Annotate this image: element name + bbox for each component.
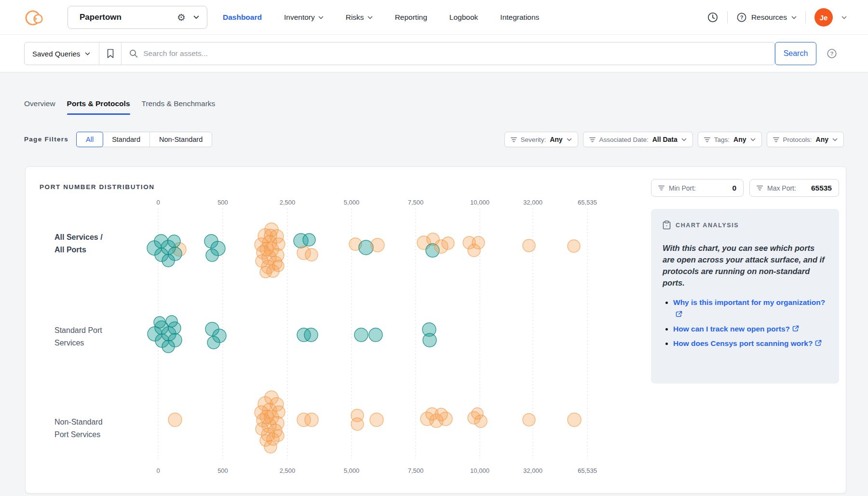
- bubble-standard[interactable]: [304, 328, 318, 342]
- external-link-icon: [676, 311, 682, 317]
- bubble-standard[interactable]: [168, 235, 180, 248]
- filter-value: All Data: [652, 136, 678, 143]
- search-input[interactable]: Search for assets...: [122, 42, 774, 65]
- user-avatar[interactable]: Je: [814, 8, 833, 27]
- min-port-value: 0: [732, 184, 736, 193]
- nav-item-inventory[interactable]: Inventory: [284, 13, 324, 22]
- tab-trends-benchmarks[interactable]: Trends & Benchmarks: [142, 99, 216, 115]
- row-label: Services: [54, 339, 84, 347]
- svg-text:?: ?: [740, 14, 744, 20]
- saved-queries-label: Saved Queries: [32, 50, 80, 58]
- segment-standard[interactable]: Standard: [103, 132, 150, 147]
- bubble-non-standard[interactable]: [264, 441, 277, 453]
- nav-item-risks[interactable]: Risks: [346, 13, 373, 22]
- bubble-standard[interactable]: [166, 316, 177, 327]
- search-placeholder: Search for assets...: [143, 49, 208, 58]
- port-distribution-scatter-chart: 005005002,5002,5005,0005,0007,5007,50010…: [29, 188, 651, 482]
- bubble-non-standard[interactable]: [442, 237, 454, 249]
- bubble-standard[interactable]: [154, 317, 165, 328]
- bubble-non-standard[interactable]: [305, 413, 318, 427]
- bubble-standard[interactable]: [206, 249, 218, 262]
- bubble-standard[interactable]: [354, 328, 368, 342]
- max-port-filter[interactable]: Max Port: 65535: [749, 179, 839, 197]
- bubble-non-standard[interactable]: [568, 413, 581, 427]
- analysis-link[interactable]: How does Censys port scanning work?: [673, 339, 813, 347]
- user-menu-chevron-icon[interactable]: [841, 16, 847, 19]
- bubble-standard[interactable]: [207, 336, 220, 349]
- x-tick-label: 32,000: [523, 199, 542, 206]
- bubble-non-standard[interactable]: [305, 248, 318, 261]
- bubble-non-standard[interactable]: [472, 408, 483, 419]
- svg-text:?: ?: [830, 51, 834, 56]
- asset-search-row: Saved Queries Search for assets... Searc…: [0, 35, 868, 72]
- filter-dropdown-protocols[interactable]: Protocols:Any: [767, 132, 844, 147]
- segment-non-standard[interactable]: Non-Standard: [150, 132, 212, 147]
- asset-search-bar: Saved Queries Search for assets...: [24, 42, 775, 65]
- bubble-standard[interactable]: [162, 340, 175, 353]
- bubble-non-standard[interactable]: [568, 240, 580, 252]
- filter-dropdown-tags[interactable]: Tags:Any: [698, 132, 762, 147]
- topbar-right-cluster: ? Resources Je: [707, 0, 847, 35]
- resources-menu[interactable]: ? Resources: [736, 12, 797, 23]
- bubble-non-standard[interactable]: [523, 239, 535, 252]
- nav-item-reporting[interactable]: Reporting: [395, 13, 427, 22]
- search-button[interactable]: Search: [775, 42, 816, 65]
- nav-item-dashboard[interactable]: Dashboard: [223, 13, 262, 22]
- bubble-non-standard[interactable]: [272, 430, 284, 441]
- x-tick-label: 2,500: [280, 199, 296, 206]
- x-tick-label: 0: [156, 467, 160, 474]
- external-link-icon: [815, 340, 822, 346]
- x-tick-label: 10,000: [470, 467, 489, 474]
- chevron-down-icon: [367, 16, 373, 19]
- bubble-standard[interactable]: [303, 234, 315, 246]
- tab-overview[interactable]: Overview: [24, 99, 55, 115]
- bubble-non-standard[interactable]: [260, 266, 271, 278]
- analysis-link[interactable]: How can I track new open ports?: [673, 325, 790, 333]
- organization-name: Papertown: [80, 13, 177, 22]
- bookmark-query-button[interactable]: [99, 42, 122, 65]
- filter-dropdown-associated-date[interactable]: Associated Date:All Data: [583, 132, 693, 147]
- filter-value: Any: [816, 136, 828, 143]
- bubble-standard[interactable]: [369, 328, 382, 342]
- segment-all[interactable]: All: [76, 132, 103, 147]
- history-clock-icon[interactable]: [707, 12, 719, 23]
- divider: [805, 11, 806, 24]
- organization-selector[interactable]: Papertown ⚙: [68, 6, 207, 29]
- chevron-down-icon: [318, 16, 324, 19]
- row-label: Port Services: [54, 430, 100, 439]
- row-label: Standard Port: [54, 326, 102, 334]
- x-tick-label: 10,000: [470, 199, 489, 206]
- bubble-standard[interactable]: [162, 254, 175, 267]
- standard-filter-segmented-control: AllStandardNon-Standard: [76, 132, 212, 147]
- nav-item-integrations[interactable]: Integrations: [500, 13, 539, 22]
- chart-analysis-panel: CHART ANALYSIS With this chart, you can …: [651, 209, 839, 384]
- bubble-non-standard[interactable]: [370, 413, 383, 427]
- analysis-link[interactable]: Why is this important for my organizatio…: [673, 298, 825, 306]
- bubble-standard[interactable]: [423, 333, 436, 347]
- saved-queries-dropdown[interactable]: Saved Queries: [25, 42, 99, 65]
- filter-funnel-icon: [704, 137, 710, 142]
- bubble-non-standard[interactable]: [523, 413, 535, 426]
- divider: [727, 11, 728, 24]
- dashboard-tabs: OverviewPorts & ProtocolsTrends & Benchm…: [24, 99, 215, 115]
- bubble-non-standard[interactable]: [371, 238, 384, 252]
- min-port-filter[interactable]: Min Port: 0: [651, 179, 744, 197]
- nav-item-logbook[interactable]: Logbook: [449, 13, 478, 22]
- row-label: Non-Standard: [54, 418, 103, 426]
- bubble-non-standard[interactable]: [168, 413, 182, 427]
- bubble-non-standard[interactable]: [435, 408, 448, 421]
- bubble-non-standard[interactable]: [468, 244, 480, 257]
- analysis-body-text: With this chart, you can see which ports…: [663, 242, 827, 289]
- censys-logo-icon[interactable]: [23, 7, 46, 31]
- resources-label: Resources: [751, 13, 787, 22]
- filter-funnel-icon: [589, 137, 596, 142]
- x-tick-label: 7,500: [408, 467, 424, 474]
- filter-dropdown-severity[interactable]: Severity:Any: [504, 132, 578, 147]
- bubble-non-standard[interactable]: [351, 418, 364, 430]
- filter-label: Associated Date:: [599, 136, 649, 143]
- org-settings-gear-icon[interactable]: ⚙: [177, 12, 186, 23]
- chevron-down-icon: [791, 16, 797, 19]
- bubble-non-standard[interactable]: [272, 260, 284, 272]
- search-help-icon[interactable]: ?: [827, 48, 837, 61]
- tab-ports-protocols[interactable]: Ports & Protocols: [67, 99, 130, 115]
